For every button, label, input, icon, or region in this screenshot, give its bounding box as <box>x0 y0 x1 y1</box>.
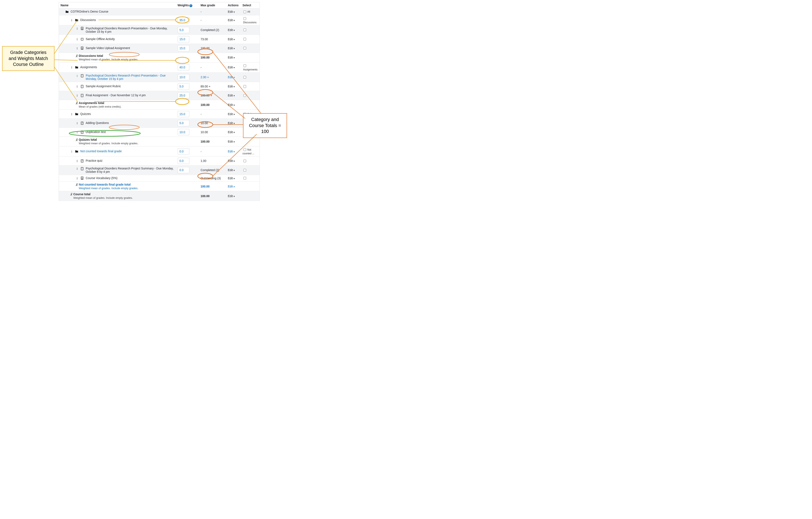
edit-action[interactable]: Edit▾ <box>228 159 235 163</box>
edit-action[interactable]: Edit▾ <box>228 19 235 22</box>
weight-input-discussions[interactable] <box>178 17 190 23</box>
chevron-down-icon: ▾ <box>234 47 235 50</box>
doc-icon <box>80 27 84 30</box>
select-item-checkbox[interactable] <box>243 177 246 180</box>
weight-input-item[interactable] <box>178 92 190 99</box>
weight-input-quizzes[interactable] <box>178 111 190 117</box>
category-total-row-notcounted: x̄Not counted towards final grade totalW… <box>59 182 260 191</box>
move-handle[interactable]: ↕ <box>76 46 79 50</box>
category-total-row-assignments: x̄Assignments totalMean of grades (with … <box>59 100 260 110</box>
weight-input-item[interactable] <box>178 129 190 135</box>
quiz-icon <box>80 130 84 134</box>
select-item-checkbox[interactable] <box>243 169 246 171</box>
folder-icon <box>65 10 69 13</box>
edit-action[interactable]: Edit▾ <box>228 47 235 50</box>
chevron-down-icon: ▾ <box>234 185 235 188</box>
item-name: Psychological Disorders Research Project… <box>86 167 174 173</box>
edit-action[interactable]: Edit▾ <box>228 131 235 134</box>
select-label: Assignments <box>243 68 258 71</box>
select-item-checkbox[interactable] <box>243 29 246 31</box>
move-handle[interactable]: ↕ <box>76 130 79 134</box>
edit-action[interactable]: Edit▾ <box>228 140 235 143</box>
move-handle[interactable]: ↕ <box>76 121 79 125</box>
select-item-checkbox[interactable] <box>243 160 246 162</box>
weight-input-item[interactable] <box>178 27 190 33</box>
select-item-checkbox[interactable] <box>243 94 246 97</box>
folder-icon <box>75 18 79 22</box>
course-total-sublabel: Weighted mean of grades. Include empty g… <box>73 196 174 199</box>
edit-action[interactable]: Edit▾ <box>228 150 235 153</box>
move-handle[interactable]: ↕ <box>76 159 79 163</box>
edit-action[interactable]: Edit▾ <box>228 85 235 88</box>
item-maxgrade: Outstanding (3) <box>201 176 221 180</box>
edit-action[interactable]: Edit▾ <box>228 176 235 180</box>
edit-action[interactable]: Edit▾ <box>228 185 235 188</box>
chevron-down-icon: ▾ <box>234 151 235 153</box>
edit-action[interactable]: Edit▾ <box>228 103 235 107</box>
category-total-label: Assignments total <box>79 101 104 105</box>
col-select: Select <box>241 2 260 8</box>
edit-action[interactable]: Edit▾ <box>228 76 235 79</box>
edit-action[interactable]: Edit▾ <box>228 66 235 69</box>
help-icon[interactable]: ? <box>190 4 192 7</box>
item-maxgrade: 2.00 + <box>201 76 209 79</box>
item-maxgrade: 100.00 + <box>201 94 212 97</box>
move-handle[interactable]: ↕ <box>76 37 79 41</box>
edit-action[interactable]: Edit▾ <box>228 37 235 41</box>
select-all-checkbox[interactable] <box>243 10 246 13</box>
quiz-icon <box>80 159 84 163</box>
move-handle[interactable]: ↕ <box>76 74 79 78</box>
move-handle[interactable]: ↕ <box>76 27 79 30</box>
item-maxgrade: 100.00 <box>201 47 210 50</box>
weight-input-item[interactable] <box>178 36 190 43</box>
item-name: Sample Assignment Rubric <box>86 84 174 88</box>
move-handle[interactable]: ↕ <box>76 84 79 88</box>
chevron-down-icon: ▾ <box>234 195 235 197</box>
edit-action[interactable]: Edit▾ <box>228 194 235 198</box>
move-handle[interactable]: ↕ <box>70 65 73 69</box>
move-handle[interactable]: ↕ <box>76 167 79 170</box>
item-row: ↕Sample Assignment Rubric89.00 +Edit▾ <box>59 82 260 91</box>
select-discussions-checkbox[interactable] <box>243 17 246 20</box>
item-name: Sample Offline Activity <box>86 37 174 41</box>
category-row-notcounted: ↕Not counted towards final grade-Edit▾No… <box>59 146 260 157</box>
item-name: Course Vocabulary (5%) <box>86 176 174 180</box>
item-row: ↕Psychological Disorders Research Presen… <box>59 25 260 35</box>
select-item-checkbox[interactable] <box>243 47 246 50</box>
edit-action[interactable]: Edit▾ <box>228 112 235 116</box>
category-label: Discussions <box>80 18 174 22</box>
select-item-checkbox[interactable] <box>243 38 246 40</box>
move-handle[interactable]: ↕ <box>70 112 73 116</box>
select-item-checkbox[interactable] <box>243 85 246 88</box>
edit-action[interactable]: Edit▾ <box>228 28 235 32</box>
move-handle[interactable]: ↕ <box>76 176 79 180</box>
edit-action[interactable]: Edit▾ <box>228 168 235 172</box>
move-handle[interactable]: ↕ <box>70 18 73 22</box>
weight-input-assignments[interactable] <box>178 64 190 71</box>
category-row-assignments: ↕Assignments-Edit▾Assignments <box>59 62 260 72</box>
item-row: ↕Psychological Disorders Research Projec… <box>59 73 260 82</box>
weight-input-item[interactable] <box>178 120 190 126</box>
move-handle[interactable]: ↕ <box>70 149 73 153</box>
weight-input-item[interactable] <box>178 158 190 164</box>
course-total-row: x̄Course totalWeighted mean of grades. I… <box>59 191 260 201</box>
weight-input-item[interactable] <box>178 45 190 51</box>
chevron-down-icon: ▾ <box>234 85 235 88</box>
weight-input-item[interactable] <box>178 83 190 89</box>
weight-input-item[interactable] <box>178 74 190 80</box>
item-maxgrade: Completed (2) <box>201 28 219 32</box>
course-row: COTROnline's Demo Course-Edit▾All <box>59 8 260 15</box>
category-maxgrade: - <box>201 150 202 153</box>
select-notcounted-checkbox[interactable] <box>243 148 246 151</box>
move-handle[interactable]: ↕ <box>76 93 79 97</box>
edit-action[interactable]: Edit▾ <box>228 10 235 13</box>
doc-icon <box>80 176 84 180</box>
select-assignments-checkbox[interactable] <box>243 64 246 67</box>
edit-action[interactable]: Edit▾ <box>228 121 235 125</box>
edit-action[interactable]: Edit▾ <box>228 94 235 97</box>
select-item-checkbox[interactable] <box>243 76 246 79</box>
weight-input-notcounted[interactable] <box>178 148 190 155</box>
col-name: Name <box>59 2 176 8</box>
weight-input-item[interactable] <box>178 167 190 173</box>
edit-action[interactable]: Edit▾ <box>228 56 235 59</box>
